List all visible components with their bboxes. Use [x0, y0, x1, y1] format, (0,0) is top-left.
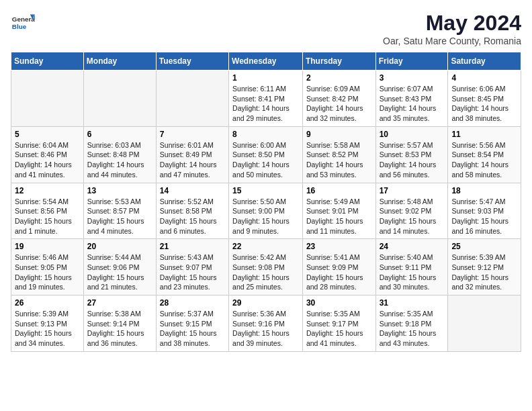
title-block: May 2024 Oar, Satu Mare County, Romania — [383, 11, 521, 46]
day-of-week-header: Tuesday — [156, 52, 228, 71]
calendar-cell: 2Sunrise: 6:09 AM Sunset: 8:42 PM Daylig… — [302, 71, 375, 127]
logo-icon: General Blue — [11, 11, 35, 35]
day-info: Sunrise: 6:09 AM Sunset: 8:42 PM Dayligh… — [306, 84, 372, 124]
day-of-week-header: Sunday — [11, 52, 84, 71]
day-info: Sunrise: 5:40 AM Sunset: 9:11 PM Dayligh… — [380, 253, 445, 292]
day-info: Sunrise: 6:07 AM Sunset: 8:43 PM Dayligh… — [380, 84, 445, 124]
day-number: 30 — [306, 298, 372, 308]
day-number: 27 — [87, 298, 152, 308]
day-number: 6 — [87, 130, 152, 139]
day-info: Sunrise: 5:35 AM Sunset: 9:17 PM Dayligh… — [306, 309, 372, 349]
day-number: 29 — [232, 298, 299, 308]
day-info: Sunrise: 5:37 AM Sunset: 9:15 PM Dayligh… — [160, 309, 225, 349]
day-info: Sunrise: 5:50 AM Sunset: 9:00 PM Dayligh… — [232, 197, 299, 236]
day-number: 9 — [306, 130, 372, 139]
calendar-cell: 23Sunrise: 5:41 AM Sunset: 9:09 PM Dayli… — [302, 239, 375, 295]
day-info: Sunrise: 5:56 AM Sunset: 8:54 PM Dayligh… — [451, 140, 517, 180]
day-number: 20 — [87, 242, 152, 251]
calendar-cell: 12Sunrise: 5:54 AM Sunset: 8:56 PM Dayli… — [11, 183, 84, 239]
location-subtitle: Oar, Satu Mare County, Romania — [383, 36, 521, 46]
day-info: Sunrise: 5:38 AM Sunset: 9:14 PM Dayligh… — [87, 309, 152, 349]
calendar-cell: 1Sunrise: 6:11 AM Sunset: 8:41 PM Daylig… — [229, 71, 303, 127]
day-number: 24 — [380, 242, 445, 251]
calendar-cell: 4Sunrise: 6:06 AM Sunset: 8:45 PM Daylig… — [448, 71, 521, 127]
day-number: 18 — [451, 186, 517, 195]
day-number: 17 — [380, 186, 445, 195]
calendar-cell: 17Sunrise: 5:48 AM Sunset: 9:02 PM Dayli… — [375, 183, 448, 239]
calendar-cell: 21Sunrise: 5:43 AM Sunset: 9:07 PM Dayli… — [156, 239, 228, 295]
calendar-header-row: SundayMondayTuesdayWednesdayThursdayFrid… — [11, 52, 521, 71]
calendar-cell: 14Sunrise: 5:52 AM Sunset: 8:58 PM Dayli… — [156, 183, 228, 239]
day-number: 11 — [451, 130, 517, 139]
day-info: Sunrise: 5:49 AM Sunset: 9:01 PM Dayligh… — [306, 197, 372, 236]
day-number: 10 — [380, 130, 445, 139]
day-number: 15 — [232, 186, 299, 195]
calendar-week-row: 5Sunrise: 6:04 AM Sunset: 8:46 PM Daylig… — [11, 126, 521, 183]
day-number: 3 — [380, 73, 445, 83]
day-number: 25 — [451, 242, 517, 251]
day-number: 12 — [15, 186, 80, 195]
day-info: Sunrise: 5:48 AM Sunset: 9:02 PM Dayligh… — [380, 197, 445, 236]
day-info: Sunrise: 5:43 AM Sunset: 9:07 PM Dayligh… — [160, 253, 225, 292]
day-info: Sunrise: 5:57 AM Sunset: 8:53 PM Dayligh… — [380, 140, 445, 180]
calendar-cell: 6Sunrise: 6:03 AM Sunset: 8:48 PM Daylig… — [83, 126, 156, 183]
day-info: Sunrise: 5:46 AM Sunset: 9:05 PM Dayligh… — [15, 253, 80, 292]
day-number: 23 — [306, 242, 372, 251]
calendar-cell: 8Sunrise: 6:00 AM Sunset: 8:50 PM Daylig… — [229, 126, 303, 183]
day-info: Sunrise: 6:00 AM Sunset: 8:50 PM Dayligh… — [232, 140, 299, 180]
day-number: 21 — [160, 242, 225, 251]
calendar-cell: 24Sunrise: 5:40 AM Sunset: 9:11 PM Dayli… — [375, 239, 448, 295]
calendar-cell: 25Sunrise: 5:39 AM Sunset: 9:12 PM Dayli… — [448, 239, 521, 295]
day-of-week-header: Thursday — [302, 52, 375, 71]
day-info: Sunrise: 5:58 AM Sunset: 8:52 PM Dayligh… — [306, 140, 372, 180]
day-info: Sunrise: 5:42 AM Sunset: 9:08 PM Dayligh… — [232, 253, 299, 292]
calendar-cell: 10Sunrise: 5:57 AM Sunset: 8:53 PM Dayli… — [375, 126, 448, 183]
calendar-cell: 9Sunrise: 5:58 AM Sunset: 8:52 PM Daylig… — [302, 126, 375, 183]
day-info: Sunrise: 6:03 AM Sunset: 8:48 PM Dayligh… — [87, 140, 152, 180]
day-info: Sunrise: 5:35 AM Sunset: 9:18 PM Dayligh… — [380, 309, 445, 349]
calendar-cell: 7Sunrise: 6:01 AM Sunset: 8:49 PM Daylig… — [156, 126, 228, 183]
calendar-cell: 31Sunrise: 5:35 AM Sunset: 9:18 PM Dayli… — [375, 295, 448, 352]
calendar-week-row: 26Sunrise: 5:39 AM Sunset: 9:13 PM Dayli… — [11, 295, 521, 352]
calendar-week-row: 1Sunrise: 6:11 AM Sunset: 8:41 PM Daylig… — [11, 71, 521, 127]
day-number: 13 — [87, 186, 152, 195]
calendar-cell: 3Sunrise: 6:07 AM Sunset: 8:43 PM Daylig… — [375, 71, 448, 127]
day-info: Sunrise: 6:11 AM Sunset: 8:41 PM Dayligh… — [232, 84, 299, 124]
day-of-week-header: Wednesday — [229, 52, 303, 71]
day-info: Sunrise: 5:36 AM Sunset: 9:16 PM Dayligh… — [232, 309, 299, 349]
logo: General Blue — [11, 11, 35, 35]
day-number: 8 — [232, 130, 299, 139]
day-of-week-header: Saturday — [448, 52, 521, 71]
day-info: Sunrise: 5:44 AM Sunset: 9:06 PM Dayligh… — [87, 253, 152, 292]
day-number: 19 — [15, 242, 80, 251]
page-header: General Blue May 2024 Oar, Satu Mare Cou… — [11, 11, 521, 46]
day-number: 22 — [232, 242, 299, 251]
day-number: 26 — [15, 298, 80, 308]
calendar-cell: 27Sunrise: 5:38 AM Sunset: 9:14 PM Dayli… — [83, 295, 156, 352]
day-info: Sunrise: 6:06 AM Sunset: 8:45 PM Dayligh… — [451, 84, 517, 124]
calendar-cell: 26Sunrise: 5:39 AM Sunset: 9:13 PM Dayli… — [11, 295, 84, 352]
calendar-cell: 11Sunrise: 5:56 AM Sunset: 8:54 PM Dayli… — [448, 126, 521, 183]
calendar-cell: 16Sunrise: 5:49 AM Sunset: 9:01 PM Dayli… — [302, 183, 375, 239]
day-info: Sunrise: 5:54 AM Sunset: 8:56 PM Dayligh… — [15, 197, 80, 236]
day-info: Sunrise: 5:53 AM Sunset: 8:57 PM Dayligh… — [87, 197, 152, 236]
day-number: 5 — [15, 130, 80, 139]
svg-text:Blue: Blue — [12, 23, 27, 30]
month-year-title: May 2024 — [383, 11, 521, 36]
calendar-table: SundayMondayTuesdayWednesdayThursdayFrid… — [11, 52, 521, 352]
calendar-cell: 15Sunrise: 5:50 AM Sunset: 9:00 PM Dayli… — [229, 183, 303, 239]
day-info: Sunrise: 6:01 AM Sunset: 8:49 PM Dayligh… — [160, 140, 225, 180]
calendar-week-row: 12Sunrise: 5:54 AM Sunset: 8:56 PM Dayli… — [11, 183, 521, 239]
day-of-week-header: Monday — [83, 52, 156, 71]
day-number: 1 — [232, 73, 299, 83]
calendar-week-row: 19Sunrise: 5:46 AM Sunset: 9:05 PM Dayli… — [11, 239, 521, 295]
calendar-cell: 19Sunrise: 5:46 AM Sunset: 9:05 PM Dayli… — [11, 239, 84, 295]
calendar-cell: 5Sunrise: 6:04 AM Sunset: 8:46 PM Daylig… — [11, 126, 84, 183]
day-number: 7 — [160, 130, 225, 139]
day-info: Sunrise: 5:39 AM Sunset: 9:13 PM Dayligh… — [15, 309, 80, 349]
day-number: 31 — [380, 298, 445, 308]
calendar-cell: 18Sunrise: 5:47 AM Sunset: 9:03 PM Dayli… — [448, 183, 521, 239]
calendar-cell — [83, 71, 156, 127]
day-number: 2 — [306, 73, 372, 83]
day-number: 14 — [160, 186, 225, 195]
